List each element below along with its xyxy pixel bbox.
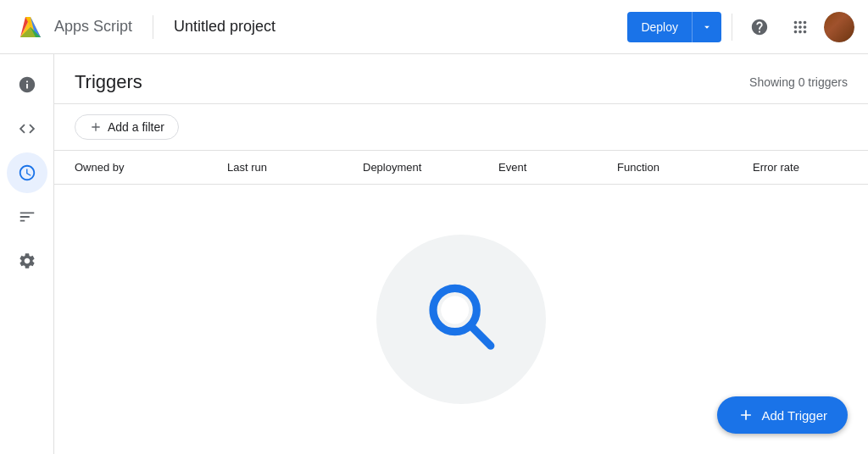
sidebar-item-triggers[interactable]: [7, 152, 47, 193]
add-trigger-plus-icon: [737, 407, 754, 424]
project-title[interactable]: Untitled project: [174, 18, 275, 36]
deploy-button[interactable]: Deploy: [627, 12, 721, 42]
col-error-rate: Error rate: [753, 161, 848, 174]
header-logo-divider: [153, 15, 153, 39]
plus-icon: [89, 120, 103, 134]
clock-icon: [18, 163, 36, 182]
empty-state-circle: [376, 235, 546, 404]
add-filter-label: Add a filter: [108, 120, 164, 134]
apps-script-logo: Apps Script: [14, 10, 132, 44]
sidebar-item-editor[interactable]: [7, 108, 47, 149]
header-vertical-divider: [732, 14, 732, 41]
header-right: Deploy: [627, 10, 854, 44]
filter-bar: Add a filter: [54, 104, 868, 151]
header-left: Apps Script Untitled project: [14, 10, 627, 44]
settings-icon: [18, 252, 36, 270]
help-button[interactable]: [743, 10, 776, 44]
empty-state: Add Trigger: [54, 185, 868, 454]
apps-grid-button[interactable]: [783, 10, 817, 44]
col-function: Function: [617, 161, 753, 174]
deploy-button-label: Deploy: [627, 14, 692, 41]
content-area: Triggers Showing 0 triggers Add a filter…: [54, 54, 868, 454]
deploy-dropdown-arrow-icon[interactable]: [693, 14, 721, 40]
triggers-count: Showing 0 triggers: [749, 75, 848, 89]
add-trigger-label: Add Trigger: [761, 408, 827, 423]
apps-script-logo-icon: [14, 10, 47, 44]
search-empty-icon: [415, 273, 508, 366]
svg-line-3: [470, 325, 491, 346]
main-layout: Triggers Showing 0 triggers Add a filter…: [0, 54, 868, 454]
sidebar-item-overview[interactable]: [7, 64, 47, 105]
add-trigger-button[interactable]: Add Trigger: [717, 396, 848, 434]
table-header: Owned by Last run Deployment Event Funct…: [54, 151, 868, 185]
sidebar: [0, 54, 54, 454]
apps-grid-icon: [791, 18, 810, 36]
sidebar-item-settings[interactable]: [7, 241, 47, 281]
user-avatar[interactable]: [824, 12, 854, 42]
svg-point-4: [441, 296, 469, 324]
app-header: Apps Script Untitled project Deploy: [0, 0, 868, 54]
col-last-run: Last run: [227, 161, 363, 174]
sidebar-item-executions[interactable]: [7, 197, 47, 237]
avatar-image: [824, 12, 854, 42]
help-circle-icon: [750, 18, 769, 36]
code-icon: [18, 119, 36, 138]
col-event: Event: [498, 161, 617, 174]
triggers-title: Triggers: [75, 71, 142, 93]
execution-icon: [18, 208, 36, 226]
col-owned-by: Owned by: [75, 161, 227, 174]
app-name-text: Apps Script: [54, 18, 132, 36]
add-filter-button[interactable]: Add a filter: [75, 114, 179, 140]
info-icon: [18, 75, 36, 94]
triggers-header: Triggers Showing 0 triggers: [54, 54, 868, 104]
col-deployment: Deployment: [363, 161, 498, 174]
